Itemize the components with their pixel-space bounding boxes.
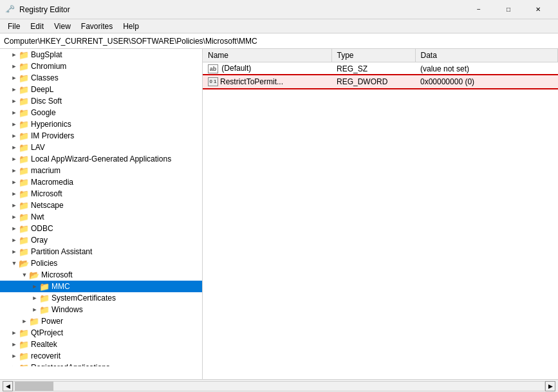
expand-icon-regapps[interactable]: ► — [10, 364, 18, 366]
tree-label-recoverit: recoverit — [31, 351, 60, 360]
folder-icon-pol-microsoft: 📂 — [29, 270, 39, 279]
expand-icon-microsoft[interactable]: ► — [10, 190, 18, 198]
expand-icon-localapp[interactable]: ► — [10, 155, 18, 163]
tree-item-power[interactable]: ► 📁 Power — [0, 315, 202, 327]
tree-item-policies[interactable]: ▼ 📂 Policies — [0, 257, 202, 269]
tree-item-pol-microsoft[interactable]: ▼ 📂 Microsoft — [0, 269, 202, 281]
folder-icon-partitionassistant: 📁 — [19, 247, 29, 256]
menu-help[interactable]: Help — [118, 21, 144, 32]
scroll-left-btn[interactable]: ◀ — [3, 381, 13, 391]
tree-item-chromium[interactable]: ► 📁 Chromium — [0, 61, 202, 72]
tree-item-lav[interactable]: ► 📁 LAV — [0, 142, 202, 153]
folder-icon-chromium: 📁 — [19, 62, 29, 71]
expand-icon-improviders[interactable]: ► — [10, 132, 18, 140]
tree-item-google[interactable]: ► 📁 Google — [0, 107, 202, 118]
value-icon-dword: 0 1 — [208, 77, 218, 86]
tree-item-bugsplat[interactable]: ► 📁 BugSplat — [0, 49, 202, 61]
window-title: Registry Editor — [19, 5, 464, 14]
tree-label-discsoft: Disc Soft — [31, 97, 62, 106]
expand-icon-nwt[interactable]: ► — [10, 213, 18, 221]
tree-item-oray[interactable]: ► 📁 Oray — [0, 234, 202, 246]
cell-type-default: REG_SZ — [331, 62, 415, 75]
tree-label-macrium: macrium — [31, 166, 60, 175]
expand-icon-odbc[interactable]: ► — [10, 225, 18, 232]
tree-item-qtproject[interactable]: ► 📁 QtProject — [0, 327, 202, 339]
table-row-restrict[interactable]: 0 1 RestrictToPermit... REG_DWORD 0x0000… — [203, 75, 558, 89]
tree-label-policies: Policies — [31, 259, 57, 268]
tree-item-nwt[interactable]: ► 📁 Nwt — [0, 211, 202, 223]
folder-icon-pol-windows: 📁 — [39, 305, 50, 314]
address-path: Computer\HKEY_CURRENT_USER\SOFTWARE\Poli… — [4, 37, 257, 46]
tree-item-pol-syscerts[interactable]: ► 📁 SystemCertificates — [0, 292, 202, 304]
expand-icon-google[interactable]: ► — [10, 109, 18, 117]
expand-icon-oray[interactable]: ► — [10, 236, 18, 244]
menu-view[interactable]: View — [49, 21, 76, 32]
tree-item-classes[interactable]: ► 📁 Classes — [0, 72, 202, 84]
tree-item-localapp[interactable]: ► 📁 Local AppWizard-Generated Applicatio… — [0, 153, 202, 165]
tree-label-lav: LAV — [31, 143, 45, 152]
expand-icon-discsoft[interactable]: ► — [10, 97, 18, 105]
details-pane: Name Type Data ab (Default) REG_SZ (valu… — [203, 49, 558, 379]
app-icon: 🗝️ — [5, 5, 15, 15]
tree-item-realtek[interactable]: ► 📁 Realtek — [0, 339, 202, 350]
menu-favorites[interactable]: Favorites — [76, 21, 118, 32]
minimize-button[interactable]: − — [464, 0, 494, 19]
tree-label-macromedia: Macromedia — [31, 178, 73, 187]
tree-item-macromedia[interactable]: ► 📁 Macromedia — [0, 176, 202, 188]
expand-icon-chromium[interactable]: ► — [10, 62, 18, 70]
expand-icon-lav[interactable]: ► — [10, 144, 18, 151]
tree-label-regapps: RegisteredApplications — [31, 363, 110, 366]
tree-item-netscape[interactable]: ► 📁 Netscape — [0, 200, 202, 211]
menu-file[interactable]: File — [3, 21, 25, 32]
expand-icon-realtek[interactable]: ► — [10, 341, 18, 348]
tree-item-macrium[interactable]: ► 📁 macrium — [0, 165, 202, 176]
h-scrollbar[interactable] — [13, 381, 545, 391]
folder-icon-qtproject: 📁 — [19, 328, 29, 337]
value-name-default: (Default) — [221, 64, 251, 73]
expand-icon-pol-windows[interactable]: ► — [31, 306, 39, 313]
expand-icon-partitionassistant[interactable]: ► — [10, 248, 18, 256]
expand-icon-recoverit[interactable]: ► — [10, 352, 18, 360]
expand-icon-power[interactable]: ► — [21, 317, 28, 325]
tree-item-hyperionics[interactable]: ► 📁 Hyperionics — [0, 118, 202, 130]
folder-icon-odbc: 📁 — [19, 224, 29, 233]
title-bar: 🗝️ Registry Editor − □ ✕ — [0, 0, 558, 19]
cell-name-default: ab (Default) — [203, 62, 331, 75]
expand-icon-pol-microsoft[interactable]: ▼ — [21, 271, 28, 279]
expand-icon-pol-syscerts[interactable]: ► — [31, 294, 39, 302]
tree-item-partitionassistant[interactable]: ► 📁 Partition Assistant — [0, 246, 202, 257]
expand-icon-policies[interactable]: ▼ — [10, 259, 18, 267]
expand-icon-qtproject[interactable]: ► — [10, 329, 18, 337]
expand-icon-deepl[interactable]: ► — [10, 86, 18, 93]
menu-edit[interactable]: Edit — [25, 21, 49, 32]
maximize-button[interactable]: □ — [494, 0, 523, 19]
scroll-right-btn[interactable]: ▶ — [545, 381, 555, 391]
tree-item-pol-windows[interactable]: ► 📁 Windows — [0, 304, 202, 315]
tree-scroll[interactable]: ► 📁 BugSplat ► 📁 Chromium ► 📁 Classes ► … — [0, 49, 202, 366]
expand-icon-netscape[interactable]: ► — [10, 201, 18, 209]
expand-icon-hyperionics[interactable]: ► — [10, 120, 18, 128]
folder-icon-lav: 📁 — [19, 143, 29, 152]
tree-item-odbc[interactable]: ► 📁 ODBC — [0, 223, 202, 234]
col-name[interactable]: Name — [203, 49, 331, 62]
expand-icon-pol-mmc[interactable]: ► — [31, 283, 39, 290]
tree-item-pol-mmc[interactable]: ► 📁 MMC — [0, 281, 202, 292]
tree-item-regapps[interactable]: ► 📁 RegisteredApplications — [0, 362, 202, 366]
tree-item-recoverit[interactable]: ► 📁 recoverit — [0, 350, 202, 362]
tree-item-microsoft[interactable]: ► 📁 Microsoft — [0, 188, 202, 200]
expand-icon-classes[interactable]: ► — [10, 74, 18, 82]
expand-icon-macromedia[interactable]: ► — [10, 178, 18, 186]
table-row-default[interactable]: ab (Default) REG_SZ (value not set) — [203, 62, 558, 75]
expand-icon-macrium[interactable]: ► — [10, 167, 18, 174]
expand-icon-bugsplat[interactable]: ► — [10, 51, 18, 59]
folder-icon-google: 📁 — [19, 108, 29, 117]
col-type[interactable]: Type — [331, 49, 415, 62]
folder-icon-pol-mmc: 📁 — [39, 282, 50, 291]
h-scroll-thumb — [15, 382, 53, 391]
close-button[interactable]: ✕ — [523, 0, 553, 19]
folder-icon-macrium: 📁 — [19, 166, 29, 175]
tree-item-deepl[interactable]: ► 📁 DeepL — [0, 84, 202, 95]
tree-item-improviders[interactable]: ► 📁 IM Providers — [0, 130, 202, 142]
col-data[interactable]: Data — [415, 49, 558, 62]
tree-item-discsoft[interactable]: ► 📁 Disc Soft — [0, 95, 202, 107]
